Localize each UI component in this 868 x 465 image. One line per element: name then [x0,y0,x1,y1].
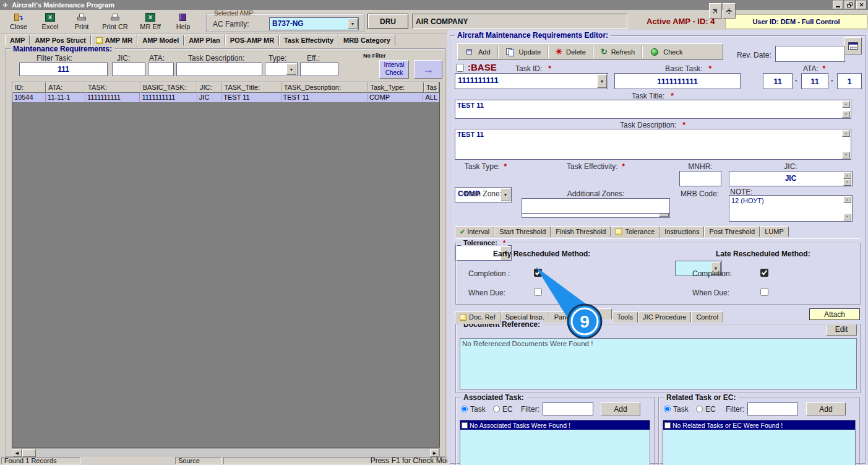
tab-doc-ref[interactable]: Doc. Ref [455,311,501,324]
task-description-area[interactable]: TEST 11 ▲▼ [455,129,851,160]
refresh-button[interactable]: ↻ Refresh [595,45,640,59]
tab-amp-model[interactable]: AMP Model [137,35,184,46]
filter-type-combo[interactable]: ▼ [265,63,298,76]
dropdown-arrow-icon[interactable]: ▼ [286,64,296,75]
tab-panels[interactable]: Panels [549,311,580,323]
related-add-button[interactable]: Add [806,402,846,415]
related-list-header[interactable]: No Related Tasks or EC Were Found ! [663,420,855,430]
basic-task-field[interactable]: 1111111111 [614,73,741,89]
dru-button[interactable]: DRU [367,14,408,29]
restore-button[interactable] [844,1,855,9]
col-header-jic[interactable]: JIC: [197,82,221,93]
print-cr-button[interactable]: Print CR [99,12,131,31]
col-header-task-title[interactable]: TASK_Title: [221,82,281,93]
select-all-checkbox[interactable] [462,422,468,428]
tab-hidden[interactable] [580,308,612,319]
calendar-button[interactable] [844,37,862,54]
scroll-up-button[interactable]: ▲ [842,101,850,108]
mnhr-input[interactable] [679,171,721,186]
help-button[interactable]: Help [170,12,197,31]
filter-eff-input[interactable] [300,63,338,76]
associated-filter-input[interactable] [543,402,593,415]
related-task-radio[interactable] [664,406,671,412]
close-window-button[interactable]: ✕ [856,1,867,9]
tab-tools[interactable]: Tools [612,311,638,323]
update-button[interactable]: Update [500,45,546,59]
check-button[interactable]: Check [644,45,688,59]
associated-list-header[interactable]: No Associated Tasks Were Found ! [460,420,650,430]
dropdown-arrow-icon[interactable]: ▼ [348,19,358,29]
scroll-up-button[interactable]: ▲ [843,172,851,179]
early-completion-checkbox[interactable] [534,269,542,277]
associated-task-radio[interactable] [461,406,468,412]
minimize-button[interactable] [833,1,843,9]
edit-button[interactable]: Edit [826,324,857,336]
scroll-down-button[interactable]: ▼ [843,214,851,220]
tab-start-threshold[interactable]: Start Threshold [494,226,551,237]
tab-mrb-category[interactable]: MRB Category [338,35,395,46]
col-header-ata[interactable]: ATA: [46,82,85,93]
apply-filter-arrow-button[interactable]: → [414,60,442,79]
col-header-task-eff[interactable]: Tas [424,82,439,93]
additional-zones-input[interactable] [522,198,670,214]
rev-date-input[interactable] [775,46,845,62]
related-filter-input[interactable] [747,402,798,415]
tab-jic-procedure[interactable]: JIC Procedure [638,311,691,323]
tab-task-effectivity[interactable]: Task Effectivity [279,35,338,46]
note-field[interactable]: 12 (НОУТ) ▲▼ [729,195,853,222]
tab-finish-threshold[interactable]: Finish Threshold [551,226,611,237]
scroll-down-button[interactable]: ▼ [842,152,850,159]
related-ec-radio[interactable] [696,406,703,412]
tab-lump[interactable]: LUMP [760,226,789,237]
document-reference-list[interactable]: No Referenced Documents Were Found ! [460,338,857,389]
col-header-task-description[interactable]: TASK_Description: [281,82,368,93]
scroll-thumb[interactable] [22,449,36,457]
col-header-id[interactable]: ID: [12,82,46,93]
task-title-area[interactable]: TEST 11 ▲▼ [455,100,851,119]
filter-ata-input[interactable] [148,63,174,76]
associated-add-button[interactable]: Add [601,402,640,415]
late-when-due-checkbox[interactable] [760,288,768,296]
tab-amp-plan[interactable]: AMP Plan [184,35,225,46]
dropdown-arrow-icon[interactable]: ▼ [597,74,607,88]
tab-pos-amp-mr[interactable]: POS-AMP MR [225,35,279,46]
scroll-left-button[interactable]: ◀ [12,449,22,457]
ata-field-2[interactable]: 11 [801,73,828,89]
col-header-task-type[interactable]: Task_Type: [367,82,423,93]
tab-tolerance[interactable]: Tolerance [611,226,660,238]
tab-instructions[interactable]: Instructions [660,226,704,237]
grid-row-selected[interactable]: 10544 11-11-1 1111111111 1111111111 JIC … [12,93,439,102]
filter-task-input[interactable] [19,63,108,76]
aircraft-tool-button-1[interactable]: ✈ [709,3,722,19]
base-checkbox[interactable] [456,64,464,72]
interval-check-button[interactable]: Interval Check [379,60,409,79]
col-header-task[interactable]: TASK: [85,82,140,93]
filter-jic-input[interactable] [112,63,145,76]
tab-interval[interactable]: ✔Interval [455,226,494,237]
attach-button[interactable]: Attach [809,308,860,320]
jic-field[interactable]: JIC ▲▼ [729,171,853,186]
add-button[interactable]: Add [459,45,496,59]
ac-family-combo[interactable]: B737-NG ▼ [269,17,359,30]
task-id-combo[interactable]: 1111111111 ▼ [455,73,608,89]
aircraft-tool-button-2[interactable]: ✈ [723,3,736,19]
mr-eff-button[interactable]: X MR Eff [135,12,166,31]
delete-button[interactable]: ✳ Delete [550,45,591,59]
scroll-down-button[interactable]: ▼ [842,111,850,118]
print-button[interactable]: Print [68,12,95,31]
scroll-down-button[interactable]: ▼ [843,179,851,186]
scroll-up-button[interactable]: ▲ [843,196,851,203]
late-completion-checkbox[interactable] [760,269,768,277]
associated-task-list[interactable]: No Associated Tasks Were Found ! [460,420,650,465]
select-all-checkbox[interactable] [664,422,671,428]
excel-button[interactable]: X Excel [36,12,64,31]
scroll-up-button[interactable]: ▲ [842,130,850,137]
related-task-list[interactable]: No Related Tasks or EC Were Found ! [663,420,856,465]
col-header-basic-task[interactable]: BASIC_TASK: [140,82,197,93]
ata-field-3[interactable]: 1 [837,73,862,89]
tab-control[interactable]: Control [691,311,723,323]
close-button[interactable]: ↴ Close [5,12,32,31]
tab-amp-mr[interactable]: AMP MR [91,35,137,47]
associated-ec-radio[interactable] [493,406,500,412]
early-when-due-checkbox[interactable] [534,288,542,296]
